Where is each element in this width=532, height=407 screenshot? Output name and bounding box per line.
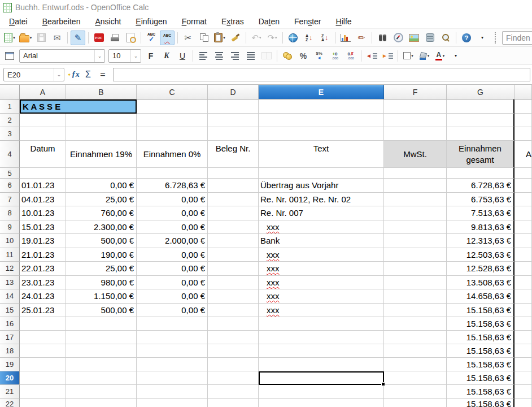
gallery-button[interactable]: [407, 31, 421, 45]
cell-F2[interactable]: [384, 114, 447, 127]
cell-D11[interactable]: [208, 248, 259, 262]
cell-E12[interactable]: xxx: [259, 262, 384, 276]
cell-B2[interactable]: [66, 114, 137, 127]
row-header-5[interactable]: 5: [0, 168, 20, 179]
cell-C21[interactable]: [137, 385, 208, 399]
toolbar-options-2-button[interactable]: ▾: [448, 49, 463, 63]
cell-B19[interactable]: [66, 358, 137, 371]
cell-F6[interactable]: [384, 179, 447, 193]
cell-B17[interactable]: [66, 331, 137, 344]
chevron-down-icon[interactable]: ▾: [275, 36, 277, 40]
cell-C20[interactable]: [137, 371, 208, 385]
chevron-down-icon[interactable]: ▾: [223, 36, 225, 40]
cell-D3[interactable]: [208, 127, 259, 141]
menu-einfgen[interactable]: Einfügen: [128, 16, 174, 27]
row-header-1[interactable]: 1: [0, 99, 20, 114]
toolbar-options-button[interactable]: ▾: [475, 31, 490, 45]
cell-G18[interactable]: 15.158,63 €: [447, 344, 514, 358]
menu-fenster[interactable]: Fenster: [287, 16, 328, 27]
find-toolbar-combobox[interactable]: Finden ⌄: [502, 31, 532, 45]
row-header-12[interactable]: 12: [0, 262, 20, 276]
align-justified-button[interactable]: [243, 49, 258, 63]
cell-A21[interactable]: [20, 385, 66, 399]
sort-descending-button[interactable]: ZA↓: [317, 31, 332, 45]
italic-button[interactable]: K: [159, 49, 174, 63]
cell-E16[interactable]: [259, 317, 384, 331]
bold-button[interactable]: F: [143, 49, 158, 63]
cell-E19[interactable]: [259, 358, 384, 371]
cell-C10[interactable]: 2.000,00 €: [137, 234, 208, 248]
cell-A22[interactable]: [20, 399, 66, 407]
cell-C16[interactable]: [137, 317, 208, 331]
cell-G6[interactable]: 6.728,63 €: [447, 179, 514, 193]
cell-A9[interactable]: 15.01.23: [20, 220, 66, 235]
menu-datei[interactable]: Datei: [2, 16, 35, 27]
cell-B13[interactable]: 980,00 €: [66, 276, 137, 290]
cell-F16[interactable]: [384, 317, 447, 331]
cell-D16[interactable]: [208, 317, 259, 331]
cell-F14[interactable]: [384, 289, 447, 304]
add-decimal-button[interactable]: +0.000: [328, 49, 342, 63]
column-header-c[interactable]: C: [137, 85, 208, 99]
cell-D5[interactable]: [208, 168, 259, 179]
cell-G8[interactable]: 7.513,63 €: [447, 206, 514, 220]
cell-C1[interactable]: [137, 99, 208, 114]
font-color-button[interactable]: A▾: [433, 49, 447, 63]
cell-D4[interactable]: Beleg Nr.: [208, 141, 259, 168]
function-wizard-button[interactable]: ✦ ƒx: [67, 68, 80, 81]
cell-G4[interactable]: Einnahmen gesamt: [447, 141, 514, 168]
cell-D14[interactable]: [208, 289, 259, 304]
cell-A16[interactable]: [20, 317, 66, 331]
copy-button[interactable]: [197, 31, 211, 45]
delete-decimal-button[interactable]: 0✗.000: [343, 49, 358, 63]
cell-E22[interactable]: [259, 399, 384, 407]
font-name-combobox[interactable]: Arial⌄: [19, 49, 105, 63]
print-button[interactable]: [107, 31, 122, 45]
cell-A20[interactable]: [20, 371, 66, 385]
cell-G9[interactable]: 9.813,63 €: [447, 220, 514, 235]
cell-H5[interactable]: [514, 168, 532, 179]
cell-G7[interactable]: 6.753,63 €: [447, 193, 514, 207]
cell-E13[interactable]: xxx: [259, 276, 384, 290]
cell-F20[interactable]: [384, 371, 447, 385]
chevron-down-icon[interactable]: ⌄: [54, 68, 64, 81]
cell-A14[interactable]: 24.01.23: [20, 289, 66, 304]
equals-button[interactable]: =: [96, 68, 110, 81]
cell-E2[interactable]: [259, 114, 384, 127]
cell-E7[interactable]: Re. Nr. 0012, Re. Nr. 02: [259, 193, 384, 207]
cell-G3[interactable]: [447, 127, 514, 141]
cell-E10[interactable]: Bank: [259, 234, 384, 248]
cell-G1[interactable]: [447, 99, 514, 114]
cell-D9[interactable]: [208, 220, 259, 235]
cell-B9[interactable]: 2.300,00 €: [66, 220, 137, 235]
find-toolbar-grip[interactable]: [495, 32, 498, 44]
cell-H13[interactable]: [514, 276, 532, 290]
cell-C4[interactable]: Einnahmen 0%: [137, 141, 208, 168]
cell-D8[interactable]: [208, 206, 259, 220]
cell-F8[interactable]: [384, 206, 447, 220]
cell-H4[interactable]: A: [514, 141, 532, 168]
menu-daten[interactable]: Daten: [251, 16, 287, 27]
cell-B3[interactable]: [66, 127, 137, 141]
cell-F21[interactable]: [384, 385, 447, 399]
cell-F7[interactable]: [384, 193, 447, 207]
cell-F4[interactable]: MwSt.: [384, 141, 447, 168]
cell-A18[interactable]: [20, 344, 66, 358]
cell-G16[interactable]: 15.158,63 €: [447, 317, 514, 331]
cell-F22[interactable]: [384, 399, 447, 407]
align-left-button[interactable]: [196, 49, 211, 63]
cell-E3[interactable]: [259, 127, 384, 141]
cell-B6[interactable]: 0,00 €: [66, 179, 137, 193]
cell-H14[interactable]: [514, 289, 532, 304]
cell-G13[interactable]: 13.508,63 €: [447, 276, 514, 290]
cell-B21[interactable]: [66, 385, 137, 399]
cell-F18[interactable]: [384, 344, 447, 358]
cell-A11[interactable]: 21.01.23: [20, 248, 66, 262]
cell-A4[interactable]: Datum: [20, 141, 66, 168]
email-button[interactable]: ✉: [50, 31, 64, 45]
cell-A3[interactable]: [20, 127, 66, 141]
menu-hilfe[interactable]: Hilfe: [329, 16, 359, 27]
cell-E20[interactable]: [259, 371, 384, 385]
cell-D10[interactable]: [208, 234, 259, 248]
cell-B4[interactable]: Einnahmen 19%: [66, 141, 137, 168]
